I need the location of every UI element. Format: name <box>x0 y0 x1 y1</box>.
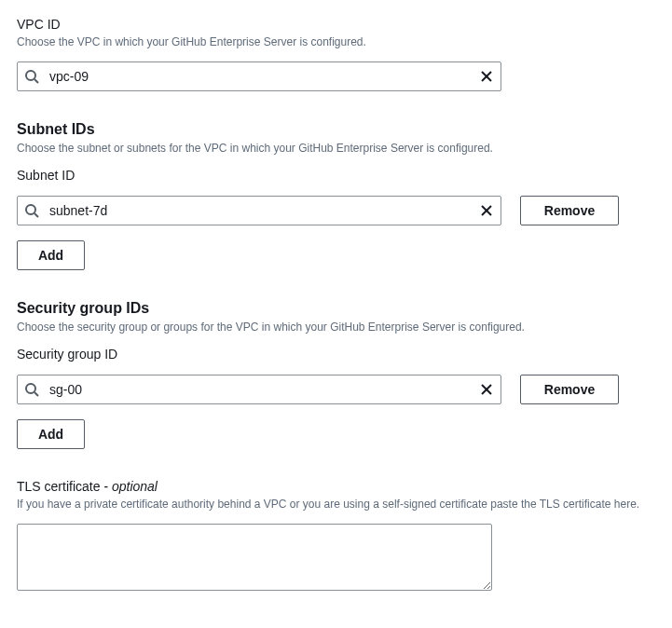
tls-certificate-label: TLS certificate - optional <box>17 479 655 494</box>
remove-subnet-button[interactable]: Remove <box>520 196 619 225</box>
security-group-id-input-wrap <box>17 375 501 404</box>
remove-security-group-button[interactable]: Remove <box>520 375 619 404</box>
tls-section: TLS certificate - optional If you have a… <box>17 479 655 594</box>
subnet-ids-help: Choose the subnet or subnets for the VPC… <box>17 140 655 157</box>
add-security-group-button[interactable]: Add <box>17 419 85 449</box>
security-group-ids-help: Choose the security group or groups for … <box>17 319 655 335</box>
security-group-id-row: Remove <box>17 375 655 404</box>
security-group-id-input[interactable] <box>17 375 501 404</box>
vpc-id-label: VPC ID <box>17 17 655 32</box>
clear-icon[interactable] <box>479 203 494 218</box>
tls-certificate-textarea[interactable] <box>17 524 492 591</box>
subnet-id-input-wrap <box>17 196 501 225</box>
subnet-id-label: Subnet ID <box>17 168 655 183</box>
subnet-id-row: Remove <box>17 196 655 225</box>
tls-label-text: TLS certificate <box>17 479 100 494</box>
vpc-id-input-wrap <box>17 61 501 91</box>
tls-certificate-help: If you have a private certificate author… <box>17 496 655 512</box>
tls-optional-suffix: - optional <box>100 479 157 494</box>
clear-icon[interactable] <box>479 69 494 84</box>
vpc-id-input[interactable] <box>17 61 501 91</box>
security-group-id-label: Security group ID <box>17 347 655 362</box>
add-subnet-button[interactable]: Add <box>17 240 85 270</box>
subnet-ids-heading: Subnet IDs <box>17 121 655 138</box>
security-group-section: Security group IDs Choose the security g… <box>17 300 655 449</box>
clear-icon[interactable] <box>479 382 494 397</box>
subnet-id-input[interactable] <box>17 196 501 225</box>
subnet-section: Subnet IDs Choose the subnet or subnets … <box>17 121 655 270</box>
security-group-ids-heading: Security group IDs <box>17 300 655 317</box>
vpc-section: VPC ID Choose the VPC in which your GitH… <box>17 17 655 91</box>
vpc-id-help: Choose the VPC in which your GitHub Ente… <box>17 34 655 50</box>
